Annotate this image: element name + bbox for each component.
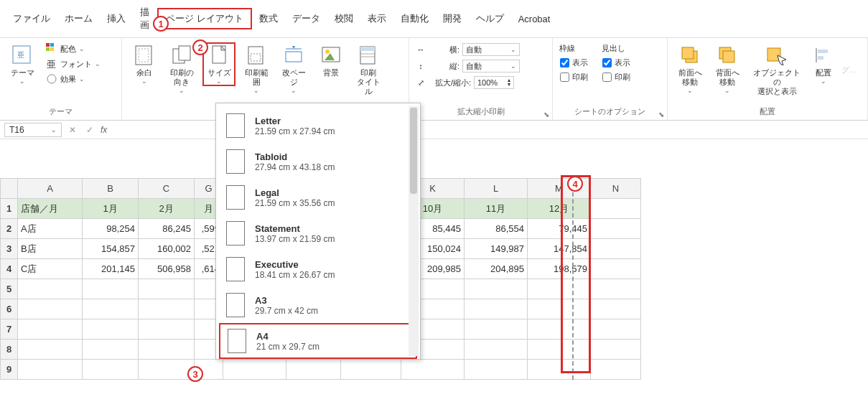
cell[interactable] xyxy=(83,299,139,319)
row-header[interactable]: 5 xyxy=(1,279,18,299)
cell[interactable]: 149,987 xyxy=(465,239,528,259)
checkbox[interactable] xyxy=(560,58,569,67)
menu-home[interactable]: ホーム xyxy=(57,9,100,28)
col-header[interactable]: L xyxy=(465,179,528,199)
cell[interactable] xyxy=(341,360,401,380)
cell[interactable]: A店 xyxy=(18,219,83,239)
cell[interactable]: 86,245 xyxy=(139,219,195,239)
row-header[interactable]: 3 xyxy=(1,239,18,259)
gridlines-print-check[interactable]: 印刷 xyxy=(559,71,589,83)
fx-icon[interactable]: fx xyxy=(101,125,107,135)
cell[interactable]: B店 xyxy=(18,239,83,259)
align-button[interactable]: 配置⌄ xyxy=(810,42,837,86)
selection-pane-button[interactable]: オブジェクトの 選択と表示 xyxy=(748,42,806,98)
headings-show-check[interactable]: 表示 xyxy=(601,57,632,69)
size-option-legal[interactable]: Legal21.59 cm x 35.56 cm xyxy=(216,179,420,215)
menu-formulas[interactable]: 数式 xyxy=(252,9,285,28)
cell[interactable] xyxy=(591,259,641,279)
gridlines-show-check[interactable]: 表示 xyxy=(559,57,589,69)
printarea-button[interactable]: 印刷範囲⌄ xyxy=(240,42,273,95)
cell[interactable] xyxy=(286,360,341,380)
cell[interactable] xyxy=(83,279,139,299)
scale-zoom-input[interactable]: 100%▴▾ xyxy=(474,76,514,89)
cell[interactable] xyxy=(18,360,83,380)
cell[interactable] xyxy=(591,199,641,219)
menu-developer[interactable]: 開発 xyxy=(436,9,469,28)
cell[interactable]: 201,145 xyxy=(83,259,139,279)
cell[interactable] xyxy=(465,319,528,340)
cell[interactable]: 1月 xyxy=(83,199,139,219)
row-header[interactable]: 7 xyxy=(1,319,18,340)
scale-height-select[interactable]: 自動⌄ xyxy=(462,60,520,73)
cell[interactable]: 506,958 xyxy=(139,259,195,279)
size-option-executive[interactable]: Executive18.41 cm x 26.67 cm xyxy=(216,251,420,287)
row-header[interactable]: 4 xyxy=(1,259,18,279)
col-header[interactable]: B xyxy=(83,179,139,199)
cell[interactable] xyxy=(465,299,528,319)
cell[interactable] xyxy=(18,279,83,299)
menu-view[interactable]: 表示 xyxy=(360,9,393,28)
dialog-launcher-icon[interactable]: ⬊ xyxy=(658,111,664,118)
col-header[interactable]: A xyxy=(18,179,83,199)
cell[interactable] xyxy=(465,360,528,380)
cell[interactable] xyxy=(139,360,195,380)
headings-print-check[interactable]: 印刷 xyxy=(601,71,632,83)
cell[interactable] xyxy=(591,360,641,380)
breaks-button[interactable]: 改ページ⌄ xyxy=(277,42,310,95)
cell[interactable] xyxy=(401,360,465,380)
cell[interactable] xyxy=(465,340,528,360)
row-header[interactable]: 6 xyxy=(1,299,18,319)
cell[interactable] xyxy=(223,360,286,380)
row-header[interactable]: 1 xyxy=(1,199,18,219)
cell[interactable] xyxy=(83,360,139,380)
cell[interactable] xyxy=(83,340,139,360)
printtitles-button[interactable]: 印刷 タイトル xyxy=(352,42,385,98)
cell[interactable] xyxy=(139,299,195,319)
fonts-button[interactable]: 亜フォント⌄ xyxy=(43,57,103,70)
background-button[interactable]: 背景 xyxy=(314,42,347,79)
themes-button[interactable]: 亜 テーマ ⌄ xyxy=(6,42,39,86)
menu-pagelayout[interactable]: ページ レイアウト xyxy=(157,8,252,29)
scrollbar[interactable] xyxy=(409,106,419,356)
cell[interactable] xyxy=(139,319,195,340)
cell[interactable] xyxy=(591,299,641,319)
enter-icon[interactable]: ✓ xyxy=(83,125,96,135)
menu-acrobat[interactable]: Acrobat xyxy=(511,11,558,27)
cell[interactable] xyxy=(591,219,641,239)
size-option-a3[interactable]: A329.7 cm x 42 cm xyxy=(216,287,420,323)
checkbox[interactable] xyxy=(602,73,612,82)
name-box[interactable]: T16⌄ xyxy=(4,123,62,137)
colors-button[interactable]: 配色⌄ xyxy=(43,42,103,55)
size-option-letter[interactable]: Letter21.59 cm x 27.94 cm xyxy=(216,108,420,144)
effects-button[interactable]: 効果⌄ xyxy=(43,73,103,85)
cell[interactable]: 160,002 xyxy=(139,239,195,259)
cell[interactable] xyxy=(18,319,83,340)
size-option-statement[interactable]: Statement13.97 cm x 21.59 cm xyxy=(216,215,420,251)
row-header[interactable]: 2 xyxy=(1,219,18,239)
cell[interactable]: C店 xyxy=(18,259,83,279)
cell[interactable] xyxy=(591,340,641,360)
row-header[interactable]: 8 xyxy=(1,340,18,360)
cell[interactable] xyxy=(18,299,83,319)
cell[interactable]: 11月 xyxy=(465,199,528,219)
bring-forward-button[interactable]: 前面へ 移動⌄ xyxy=(673,42,706,95)
cell[interactable]: 154,857 xyxy=(83,239,139,259)
scale-width-select[interactable]: 自動⌄ xyxy=(462,43,520,56)
cell[interactable]: 98,254 xyxy=(83,219,139,239)
size-option-a4[interactable]: A421 cm x 29.7 cm xyxy=(219,323,417,359)
cell[interactable] xyxy=(591,279,641,299)
scroll-thumb[interactable] xyxy=(410,108,417,194)
send-backward-button[interactable]: 背面へ 移動⌄ xyxy=(711,42,744,95)
col-header[interactable]: C xyxy=(139,179,195,199)
menu-data[interactable]: データ xyxy=(285,9,327,28)
menu-review[interactable]: 校閲 xyxy=(327,9,360,28)
cell[interactable]: 店舗／月 xyxy=(18,199,83,219)
dialog-launcher-icon[interactable]: ⬊ xyxy=(543,111,549,118)
select-all[interactable] xyxy=(1,179,18,199)
margins-button[interactable]: 余白⌄ xyxy=(128,42,161,86)
cell[interactable] xyxy=(18,340,83,360)
cell[interactable] xyxy=(139,279,195,299)
cell[interactable] xyxy=(139,340,195,360)
cell[interactable] xyxy=(591,239,641,259)
cell[interactable]: 204,895 xyxy=(465,259,528,279)
